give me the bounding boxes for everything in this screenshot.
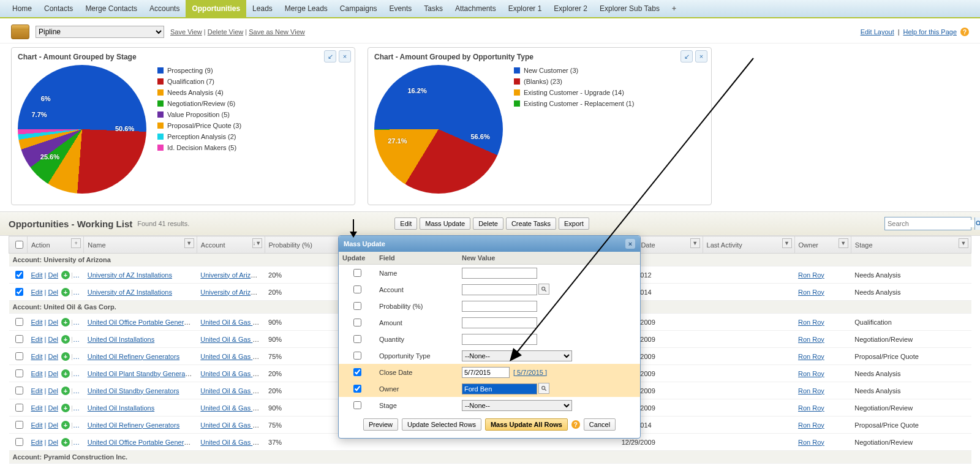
col-header[interactable]: Last Activity▼: [703, 236, 794, 254]
edit-link[interactable]: Edit: [31, 370, 42, 377]
account-link[interactable]: United Oil & Gas Co…: [200, 319, 265, 326]
mass-text-input[interactable]: [462, 317, 537, 328]
close-icon[interactable]: ×: [339, 50, 351, 62]
mass-update-button[interactable]: Mass Update: [420, 217, 470, 230]
preview-button[interactable]: Preview: [363, 418, 398, 431]
row-checkbox[interactable]: [15, 438, 23, 446]
owner-link[interactable]: Ron Roy: [798, 353, 824, 360]
column-menu-icon[interactable]: +: [71, 238, 81, 248]
delete-link[interactable]: Del: [48, 439, 58, 446]
legend-item[interactable]: Existing Customer - Upgrade (14): [514, 87, 634, 98]
row-checkbox[interactable]: [15, 387, 23, 394]
delete-view-link[interactable]: Delete View: [208, 28, 244, 36]
col-header[interactable]: Owner▼: [794, 236, 851, 254]
chart-collapse-icon[interactable]: ↙: [324, 50, 336, 62]
mass-lookup-input[interactable]: [462, 383, 537, 394]
col-header[interactable]: Stage▼: [851, 236, 971, 254]
mass-update-titlebar[interactable]: Mass Update ×: [339, 236, 640, 252]
column-menu-icon[interactable]: ▼: [782, 238, 792, 248]
legend-item[interactable]: Proposal/Price Quote (3): [157, 120, 241, 131]
plus-icon[interactable]: +: [61, 438, 70, 447]
group-row[interactable]: Account: Pyramid Construction Inc.: [9, 451, 971, 464]
delete-link[interactable]: Del: [48, 319, 58, 326]
mass-select[interactable]: --None--: [462, 350, 572, 361]
row-checkbox[interactable]: [15, 271, 23, 279]
mass-row-checkbox[interactable]: [353, 385, 361, 393]
legend-item[interactable]: Value Proposition (5): [157, 109, 241, 120]
legend-item[interactable]: Existing Customer - Replacement (1): [514, 98, 634, 109]
help-icon[interactable]: ?: [960, 28, 969, 36]
owner-link[interactable]: Ron Roy: [798, 421, 824, 429]
edit-link[interactable]: Edit: [31, 353, 42, 360]
edit-link[interactable]: Edit: [31, 404, 42, 412]
delete-link[interactable]: Del: [48, 370, 58, 377]
plus-icon[interactable]: +: [61, 387, 70, 395]
name-link[interactable]: United Oil Plant Standby Generators: [88, 370, 197, 377]
delete-button[interactable]: Delete: [473, 217, 503, 230]
col-header[interactable]: Name▼: [84, 236, 197, 254]
row-checkbox[interactable]: [15, 352, 23, 360]
owner-link[interactable]: Ron Roy: [798, 387, 824, 394]
edit-link[interactable]: Edit: [31, 421, 42, 429]
column-menu-icon[interactable]: ▼: [184, 238, 194, 248]
name-link[interactable]: United Oil Installations: [88, 336, 154, 343]
view-select[interactable]: Pipline: [36, 26, 164, 38]
legend-item[interactable]: Negotiation/Review (6): [157, 98, 241, 109]
edit-link[interactable]: Edit: [31, 319, 42, 326]
account-link[interactable]: University of Arizona: [200, 271, 262, 279]
col-header[interactable]: Account↓▼: [197, 236, 265, 254]
owner-link[interactable]: Ron Roy: [798, 439, 824, 446]
nav-tab-explorer-2[interactable]: Explorer 2: [548, 0, 594, 17]
mass-row-checkbox[interactable]: [353, 319, 361, 326]
mass-text-input[interactable]: [462, 268, 537, 279]
delete-link[interactable]: Del: [48, 387, 58, 394]
name-link[interactable]: United Oil Office Portable Generat…: [88, 439, 197, 446]
plus-icon[interactable]: +: [61, 421, 70, 429]
help-icon[interactable]: ?: [571, 420, 580, 429]
mass-row-checkbox[interactable]: [353, 285, 361, 293]
close-icon[interactable]: ×: [625, 239, 635, 249]
account-link[interactable]: United Oil & Gas Co…: [200, 387, 265, 394]
nav-tab-leads[interactable]: Leads: [246, 0, 279, 17]
edit-button[interactable]: Edit: [394, 217, 417, 230]
legend-item[interactable]: Perception Analysis (2): [157, 131, 241, 142]
delete-link[interactable]: Del: [48, 271, 58, 279]
edit-link[interactable]: Edit: [31, 439, 42, 446]
lookup-icon[interactable]: [538, 383, 549, 394]
mass-select[interactable]: --None--: [462, 400, 572, 411]
account-link[interactable]: United Oil & Gas Co…: [200, 439, 265, 446]
search-button[interactable]: [974, 217, 980, 230]
delete-link[interactable]: Del: [48, 404, 58, 412]
column-menu-icon[interactable]: ▼: [839, 238, 848, 248]
nav-tab-home[interactable]: Home: [6, 0, 38, 17]
account-link[interactable]: University of Arizona: [200, 289, 262, 296]
name-link[interactable]: United Oil Refinery Generators: [88, 353, 179, 360]
select-all-checkbox[interactable]: [15, 241, 23, 249]
column-menu-icon[interactable]: ▼: [690, 238, 700, 248]
row-checkbox[interactable]: [15, 421, 23, 429]
plus-icon[interactable]: +: [61, 288, 70, 296]
name-link[interactable]: University of AZ Installations: [88, 289, 172, 296]
col-header[interactable]: Action+: [27, 236, 83, 254]
account-link[interactable]: United Oil & Gas Co…: [200, 370, 265, 377]
mass-lookup-input[interactable]: [462, 284, 537, 295]
save-view-link[interactable]: Save View: [170, 28, 202, 36]
account-link[interactable]: United Oil & Gas Co…: [200, 404, 265, 412]
help-link[interactable]: Help for this Page: [903, 28, 957, 36]
row-checkbox[interactable]: [15, 335, 23, 343]
plus-icon[interactable]: +: [61, 369, 70, 378]
lookup-icon[interactable]: [538, 284, 549, 295]
name-link[interactable]: United Oil Refinery Generators: [88, 421, 179, 429]
column-menu-icon[interactable]: ↓▼: [252, 238, 262, 248]
mass-row-checkbox[interactable]: [353, 269, 361, 277]
cancel-button[interactable]: Cancel: [584, 418, 616, 431]
mass-text-input[interactable]: [462, 334, 537, 345]
row-checkbox[interactable]: [15, 404, 23, 412]
account-link[interactable]: United Oil & Gas Co…: [200, 421, 265, 429]
nav-tab-events[interactable]: Events: [383, 0, 418, 17]
delete-link[interactable]: Del: [48, 336, 58, 343]
edit-link[interactable]: Edit: [31, 387, 42, 394]
account-link[interactable]: United Oil & Gas Co…: [200, 336, 265, 343]
create-tasks-button[interactable]: Create Tasks: [506, 217, 556, 230]
owner-link[interactable]: Ron Roy: [798, 336, 824, 343]
